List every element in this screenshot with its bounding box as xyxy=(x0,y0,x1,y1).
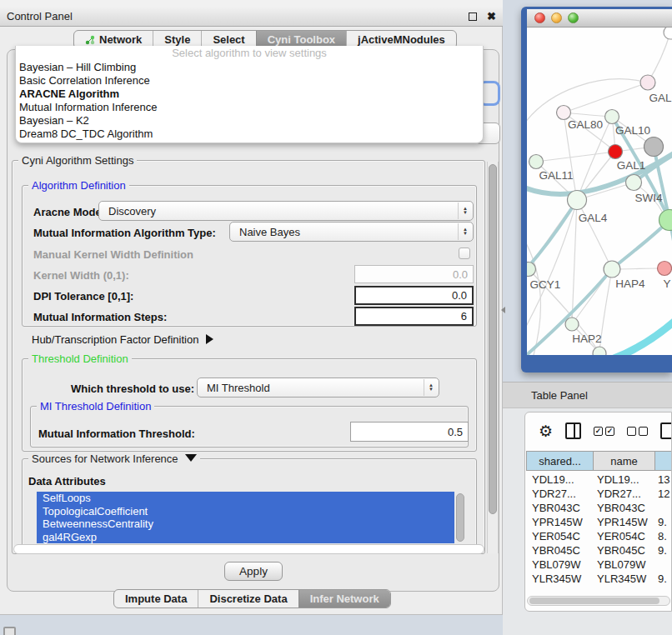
network-node-gal80[interactable] xyxy=(557,106,571,120)
table-row[interactable]: YBL079WYBL079W xyxy=(526,558,672,572)
algorithm-option[interactable]: Basic Correlation Inference xyxy=(16,74,483,88)
column-header[interactable]: shared... xyxy=(526,451,594,471)
column-header[interactable]: name xyxy=(594,451,655,471)
network-node[interactable] xyxy=(593,347,606,355)
algorithm-definition-title: Algorithm Definition xyxy=(28,179,129,192)
node-label: GAL80 xyxy=(568,118,603,131)
attribute-item[interactable]: gal4RGexp xyxy=(37,531,454,544)
mi-threshold-field[interactable]: 0.5 xyxy=(350,422,469,442)
table-row[interactable]: YDR27...YDR27...12 xyxy=(526,487,672,501)
table-cell: YDR27... xyxy=(594,487,655,501)
tab-discretize-data[interactable]: Discretize Data xyxy=(198,590,298,608)
pane-collapse-arrow[interactable] xyxy=(501,307,505,313)
sources-title[interactable]: Sources for Network Inference xyxy=(28,452,200,465)
file-icon[interactable] xyxy=(660,422,672,439)
bottom-tabbar: Impute DataDiscretize DataInfer Network xyxy=(113,589,391,608)
table-row[interactable]: YBR043CYBR043C xyxy=(526,501,672,515)
mi-steps-field[interactable]: 6 xyxy=(354,307,474,326)
table-cell: YBL079W xyxy=(594,558,655,572)
table-hscroll-thumb[interactable] xyxy=(529,598,659,604)
table-cell: YDL19... xyxy=(526,472,594,487)
table-cell: YER054C xyxy=(594,529,655,543)
mi-threshold-label: Mutual Information Threshold: xyxy=(38,428,195,440)
minimized-window-icon[interactable] xyxy=(3,627,16,635)
minimize-traffic-light-icon[interactable] xyxy=(551,12,562,23)
split-column-icon[interactable] xyxy=(565,422,581,439)
table-panel-titlebar: Table Panel xyxy=(503,382,672,408)
mi-steps-label: Mutual Information Steps: xyxy=(33,311,167,323)
network-node-gal4[interactable] xyxy=(568,191,587,210)
table-cell: YBR045C xyxy=(594,543,655,558)
kernel-width-field[interactable]: 0.0 xyxy=(354,265,474,283)
network-canvas[interactable]: GALGAL80GAL10GAL1GAL11SWI4GAL4GCY1HAP4YH… xyxy=(527,28,672,355)
which-threshold-combobox[interactable]: MI Threshold ▲▼ xyxy=(197,378,439,398)
attribute-item[interactable]: SelfLoops xyxy=(37,492,454,505)
network-node-gal1[interactable] xyxy=(609,145,623,159)
table-row[interactable]: YPR145WYPR145W9. xyxy=(526,515,672,529)
close-traffic-light-icon[interactable] xyxy=(534,12,545,23)
table-row[interactable]: YBR045CYBR045C9. xyxy=(526,543,672,558)
node-label: Y xyxy=(663,278,670,290)
close-icon[interactable]: ✖ xyxy=(487,12,496,21)
hub-definition-toggle[interactable]: Hub/Transcription Factor Definition xyxy=(32,333,213,346)
network-view-inner: GALGAL80GAL10GAL1GAL11SWI4GAL4GCY1HAP4YH… xyxy=(527,9,672,355)
node-label: GAL4 xyxy=(579,212,608,224)
control-panel-top-strip xyxy=(0,0,503,7)
network-window-titlebar[interactable] xyxy=(527,9,672,28)
select-all-checkboxes-icon[interactable]: ✓✓ xyxy=(594,427,614,436)
table-cell: YBR043C xyxy=(526,501,594,515)
mi-type-combobox[interactable]: Naive Bayes ▲▼ xyxy=(229,222,474,242)
network-node-gal[interactable] xyxy=(640,75,655,90)
aracne-mode-label: Aracne Mode: xyxy=(33,206,105,218)
node-label: SWI4 xyxy=(634,192,662,204)
control-panel-title: Control Panel xyxy=(7,10,469,22)
aracne-mode-combobox[interactable]: Discovery ▲▼ xyxy=(98,201,474,221)
algorithm-option[interactable]: Mutual Information Inference xyxy=(16,101,483,114)
table-cell xyxy=(655,558,672,572)
algorithm-dropdown-popup: Select algorithm to view settings Bayesi… xyxy=(15,46,484,143)
manual-kernel-checkbox[interactable] xyxy=(459,248,470,259)
node-label: GAL1 xyxy=(617,159,646,172)
zoom-traffic-light-icon[interactable] xyxy=(568,12,579,23)
stepper-arrows-icon: ▲▼ xyxy=(424,379,438,396)
network-node-swi4[interactable] xyxy=(626,175,642,191)
algorithm-option[interactable]: Bayesian – Hill Climbing xyxy=(16,61,483,74)
tab-impute-data[interactable]: Impute Data xyxy=(114,590,198,608)
table-cell: YPR145W xyxy=(526,515,594,529)
table-row[interactable]: YDL19...YDL19...13 xyxy=(526,472,672,487)
data-attributes-list: SelfLoopsTopologicalCoefficientBetweenne… xyxy=(37,492,454,543)
network-node-hap4[interactable] xyxy=(604,261,620,278)
apply-button[interactable]: Apply xyxy=(224,562,283,581)
algorithm-option[interactable]: Bayesian – K2 xyxy=(16,114,483,128)
network-node[interactable] xyxy=(644,138,664,157)
network-node-y[interactable] xyxy=(658,262,672,276)
attribute-item[interactable]: TopologicalCoefficient xyxy=(37,505,454,518)
network-node[interactable] xyxy=(664,28,672,39)
column-header[interactable] xyxy=(655,451,672,471)
network-node-gal10[interactable] xyxy=(605,110,619,124)
network-node-hap2[interactable] xyxy=(565,318,579,331)
table-cell xyxy=(655,501,672,515)
tab-infer-network[interactable]: Infer Network xyxy=(298,590,390,608)
settings-scrollbar-thumb[interactable] xyxy=(489,164,497,514)
gear-icon[interactable]: ⚙ xyxy=(539,423,553,439)
attribute-item[interactable]: BetweennessCentrality xyxy=(37,518,454,531)
stepper-arrows-icon: ▲▼ xyxy=(458,202,472,219)
attributes-list-scrollbar[interactable] xyxy=(456,493,464,542)
table-cell: YLR345W xyxy=(526,572,594,586)
settings-horizontal-scrollbar[interactable] xyxy=(13,544,484,554)
dpi-tolerance-field[interactable]: 0.0 xyxy=(354,286,474,305)
table-horizontal-scrollbar[interactable] xyxy=(527,596,670,606)
table-row[interactable]: YER054CYER054C8. xyxy=(526,529,672,543)
deselect-all-checkboxes-icon[interactable] xyxy=(627,427,648,436)
table-row[interactable]: YLR345WYLR345W9. xyxy=(526,572,672,586)
network-node-gal11[interactable] xyxy=(529,155,544,169)
float-window-icon[interactable] xyxy=(469,12,477,21)
algorithm-option[interactable]: ARACNE Algorithm xyxy=(16,88,483,101)
table-panel-area: ⚙ ✓✓ shared...name YDL19...YDL19...13YDR… xyxy=(503,408,672,635)
table-cell: YIL052C xyxy=(594,586,655,589)
manual-kernel-label: Manual Kernel Width Definition xyxy=(33,248,193,261)
table-row[interactable]: YIL052CYIL052C9 xyxy=(526,586,672,589)
algorithm-option[interactable]: Dream8 DC_TDC Algorithm xyxy=(16,128,483,141)
kernel-width-label: Kernel Width (0,1): xyxy=(33,269,129,282)
